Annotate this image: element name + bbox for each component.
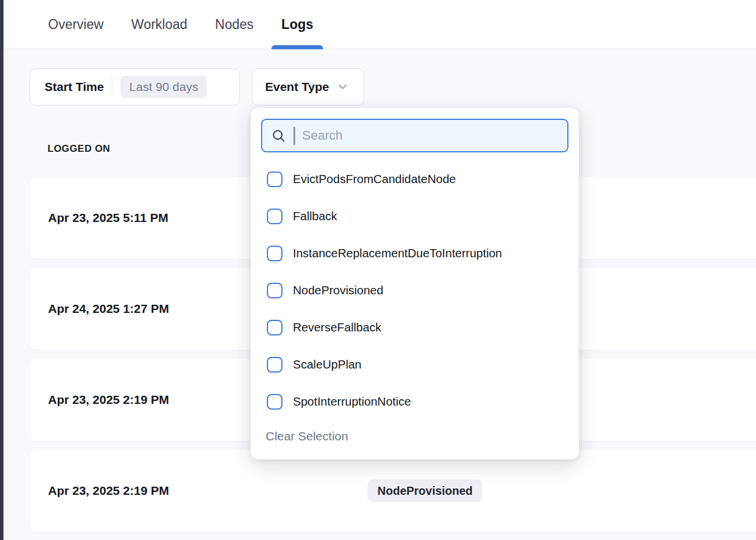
event-type-option[interactable]: NodeProvisioned	[261, 272, 568, 309]
event-type-option[interactable]: Fallback	[261, 198, 568, 235]
search-icon	[271, 128, 287, 144]
tab-bar: Overview Workload Nodes Logs	[0, 0, 756, 49]
checkbox-unchecked[interactable]	[267, 320, 282, 335]
event-type-option-label: ScaleUpPlan	[293, 357, 362, 371]
tab[interactable]: Overview	[38, 0, 113, 49]
clear-selection-link[interactable]: Clear Selection	[261, 429, 568, 443]
event-type-option[interactable]: SpotInterruptionNotice	[261, 383, 568, 420]
tab-label: Logs	[281, 17, 313, 32]
event-type-option-label: InstanceReplacementDueToInterruption	[293, 246, 502, 260]
start-time-filter-value: Last 90 days	[120, 76, 207, 98]
filter-separator	[112, 78, 112, 96]
event-type-options: EvictPodsFromCandidateNode Fallback Inst…	[261, 160, 568, 420]
event-type-filter-label: Event Type	[265, 80, 329, 94]
event-type-option[interactable]: ReverseFallback	[261, 309, 568, 346]
logged-on-value: Apr 23, 2025 5:11 PM	[48, 211, 168, 225]
logged-on-value: Apr 23, 2025 2:19 PM	[48, 393, 169, 407]
event-type-dropdown: Search EvictPodsFromCandidateNode Fallba…	[251, 108, 579, 459]
table-row[interactable]: Apr 23, 2025 2:19 PM NodeProvisioned	[30, 450, 756, 532]
logged-on-value: Apr 23, 2025 2:19 PM	[48, 484, 169, 498]
checkbox-unchecked[interactable]	[267, 246, 282, 261]
checkbox-unchecked[interactable]	[267, 283, 282, 298]
text-cursor	[293, 127, 295, 145]
active-tab-underline	[271, 45, 323, 49]
sidebar-edge	[0, 0, 3, 540]
checkbox-unchecked[interactable]	[267, 394, 282, 410]
event-type-option[interactable]: ScaleUpPlan	[261, 346, 568, 383]
tab-label: Overview	[48, 17, 104, 32]
tab-label: Workload	[131, 17, 188, 32]
tab[interactable]: Nodes	[205, 0, 263, 49]
checkbox-unchecked[interactable]	[267, 357, 282, 373]
tab-label: Nodes	[215, 17, 254, 32]
search-placeholder-text: Search	[302, 128, 343, 143]
tab[interactable]: Logs	[271, 0, 323, 49]
event-type-option[interactable]: InstanceReplacementDueToInterruption	[261, 235, 568, 272]
start-time-filter-button[interactable]: Start Time Last 90 days	[30, 68, 240, 105]
event-type-option-label: Fallback	[293, 209, 337, 223]
tab[interactable]: Workload	[122, 0, 197, 49]
event-type-option-label: EvictPodsFromCandidateNode	[293, 172, 456, 186]
event-type-badge: NodeProvisioned	[368, 480, 482, 502]
event-type-option-label: NodeProvisioned	[293, 283, 383, 297]
dropdown-search-input[interactable]: Search	[261, 119, 568, 152]
event-type-filter-button[interactable]: Event Type	[252, 68, 364, 105]
event-type-option-label: ReverseFallback	[293, 320, 381, 334]
chevron-down-icon	[336, 81, 349, 93]
event-type-option-label: SpotInterruptionNotice	[293, 395, 411, 408]
column-header-logged-on: LOGGED ON	[47, 143, 110, 155]
event-type-option[interactable]: EvictPodsFromCandidateNode	[261, 160, 568, 198]
checkbox-unchecked[interactable]	[267, 209, 282, 224]
checkbox-unchecked[interactable]	[267, 172, 282, 187]
logged-on-value: Apr 24, 2025 1:27 PM	[48, 302, 169, 316]
start-time-filter-label: Start Time	[45, 80, 104, 94]
